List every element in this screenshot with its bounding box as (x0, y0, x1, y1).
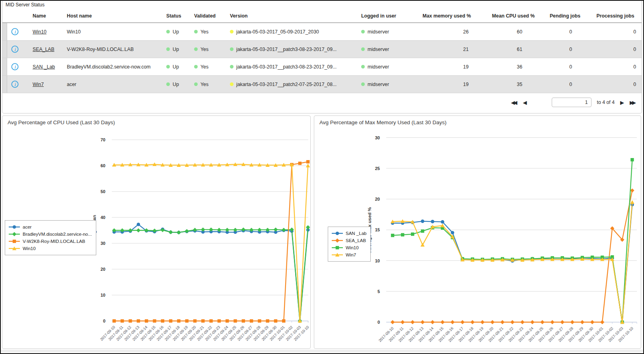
legend-item[interactable]: SAN _Lab (331, 230, 366, 237)
record-link[interactable]: SEA_LAB (33, 47, 54, 52)
cell-logged_in_user: midserver (357, 64, 407, 70)
diamond-marker-icon (8, 232, 20, 237)
cpu-chart-card: 0102030405060702017-09-102017-09-112017-… (2, 115, 311, 349)
legend-item[interactable]: Win7 (331, 251, 366, 258)
logged_in_user-value: midserver (368, 64, 389, 70)
column-header-host[interactable]: Host name (63, 13, 162, 19)
series-SAN _Lab (391, 203, 634, 324)
validated-indicator-dot (194, 30, 198, 33)
validated-indicator-dot (194, 65, 198, 68)
legend-label: Win10 (346, 245, 359, 250)
validated-indicator-dot (194, 47, 198, 51)
series-Win10 (112, 162, 310, 323)
cell-pending: 0 (540, 64, 590, 70)
svg-text:70: 70 (101, 137, 105, 142)
table-body: iWin10Win10UpYesjakarta-05-03-2017_05-09… (2, 23, 642, 93)
logged_in_user-value: midserver (368, 82, 389, 87)
svg-text:30: 30 (375, 135, 380, 140)
cell-processing: 0 (590, 64, 641, 70)
svg-text:0: 0 (103, 319, 105, 323)
legend-label: acer (23, 225, 31, 229)
prev-page-button[interactable]: ◀ (523, 100, 527, 106)
series-BradleyVM.discolab2.service-no... (112, 225, 310, 323)
legend-item[interactable]: SEA_LAB (331, 237, 366, 244)
cell-validated: Yes (190, 64, 226, 70)
status-value: Up (173, 47, 179, 52)
version-indicator-dot (230, 47, 233, 51)
column-header-mean_cpu[interactable]: Mean CPU used % (486, 13, 540, 19)
legend-item[interactable]: Win10 (8, 245, 92, 252)
row-gutter[interactable] (2, 23, 7, 40)
first-page-button[interactable]: ◀◀ (511, 100, 518, 106)
table-row: iWin7acerUpYesjakarta-05-03-2017__patch2… (2, 76, 642, 93)
cell-info: i (7, 45, 29, 53)
cell-pending: 0 (540, 47, 590, 52)
cell-pending: 0 (540, 82, 590, 87)
column-header-status[interactable]: Status (162, 13, 190, 19)
validated-indicator-dot (194, 82, 198, 86)
info-icon[interactable]: i (11, 63, 19, 70)
legend-label: Win7 (346, 252, 356, 257)
version-indicator-dot (230, 65, 233, 68)
row-gutter[interactable] (2, 76, 7, 93)
column-header-name[interactable]: Name (29, 13, 63, 19)
svg-text:i: i (14, 29, 16, 35)
cell-max_memory: 21 (407, 47, 486, 52)
column-header-max_memory[interactable]: Max memory used % (407, 13, 486, 19)
column-header-pending[interactable]: Pending jobs (540, 13, 590, 19)
record-link[interactable]: Win7 (33, 82, 44, 87)
mid-server-status-list: MID Server Status NameHost nameStatusVal… (2, 1, 642, 113)
info-icon[interactable]: i (11, 28, 19, 35)
square-marker-icon (331, 245, 343, 250)
legend-item[interactable]: BradleyVM.discolab2.service-no... (8, 231, 92, 238)
cell-version: jakarta-05-03-2017_05-09-2017_2030 (226, 29, 357, 35)
status-indicator-dot (166, 47, 170, 51)
version-value: jakarta-05-03-2017__patch3-08-23-2017_09… (236, 64, 337, 70)
legend-item[interactable]: V-W2K8-Roy-MID.LOCAL.LAB (8, 238, 92, 245)
record-link[interactable]: Win10 (33, 29, 47, 35)
horizontal-scrollbar[interactable] (1, 350, 643, 352)
next-page-button[interactable]: ▶ (620, 100, 624, 106)
cell-processing: 0 (590, 82, 641, 87)
svg-text:25: 25 (375, 166, 380, 171)
cell-max_memory: 26 (407, 29, 486, 35)
info-icon[interactable]: i (11, 45, 19, 53)
logged_in_user-indicator-dot (361, 65, 365, 68)
validated-value: Yes (200, 64, 208, 70)
row-gutter[interactable] (2, 41, 7, 58)
legend-item[interactable]: Win10 (331, 244, 366, 251)
series-acer (113, 223, 310, 323)
column-header-logged_in_user[interactable]: Logged in user (357, 13, 407, 19)
cpu-chart-title: Avg Percentage of CPU Used (Last 30 Days… (8, 119, 115, 125)
cell-name: Win7 (29, 82, 63, 87)
logged_in_user-value: midserver (368, 29, 389, 35)
logged_in_user-indicator-dot (361, 82, 365, 86)
svg-text:30: 30 (101, 241, 105, 246)
table-row: iWin10Win10UpYesjakarta-05-03-2017_05-09… (2, 23, 642, 41)
version-value: jakarta-05-03-2017__patch3-08-23-2017_09… (236, 47, 337, 52)
row-gutter[interactable] (2, 58, 7, 75)
logged_in_user-indicator-dot (361, 30, 365, 33)
pagination-bar: ◀◀ ◀ to 4 of 4 ▶ ▶▶ (2, 93, 642, 111)
legend-label: SAN _Lab (346, 231, 366, 236)
cell-host: BradleyVM.discolab2.service-now.com (63, 64, 162, 70)
page-number-input[interactable] (552, 98, 591, 107)
record-link[interactable]: SAN _Lab (33, 64, 55, 70)
legend-item[interactable]: acer (8, 223, 92, 231)
svg-text:20: 20 (101, 267, 105, 272)
cell-status: Up (162, 29, 190, 35)
table-header-row: NameHost nameStatusValidatedVersionLogge… (2, 10, 642, 23)
column-header-processing[interactable]: Processing jobs (590, 13, 641, 19)
info-icon[interactable]: i (11, 80, 19, 88)
cell-info: i (7, 80, 29, 88)
cell-info: i (7, 63, 29, 70)
last-page-button[interactable]: ▶▶ (630, 100, 636, 106)
column-header-validated[interactable]: Validated (190, 13, 226, 19)
column-header-version[interactable]: Version (226, 13, 357, 19)
memory-chart-legend: SAN _LabSEA_LABWin10Win7 (328, 227, 371, 262)
cell-host: acer (63, 82, 162, 87)
cell-name: Win10 (29, 29, 63, 35)
status-value: Up (173, 82, 179, 87)
cell-status: Up (162, 64, 190, 70)
status-value: Up (173, 29, 179, 35)
